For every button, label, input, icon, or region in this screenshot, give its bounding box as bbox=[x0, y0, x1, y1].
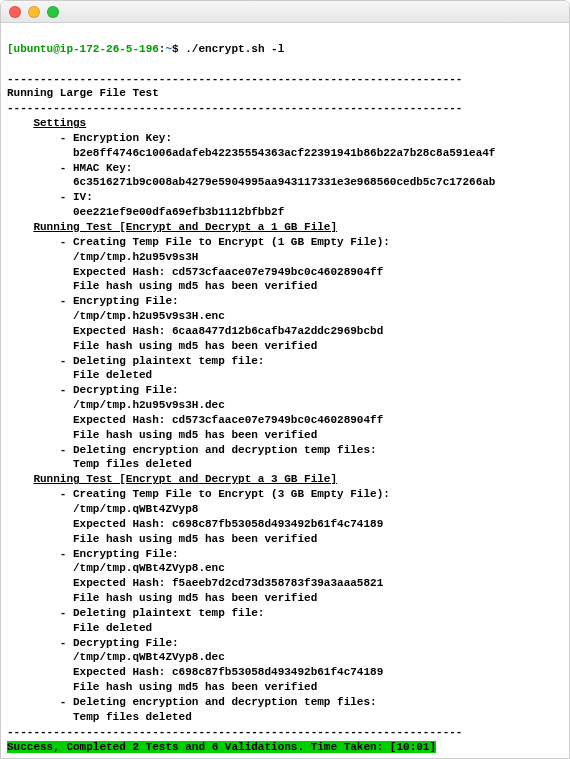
divider-line: ----------------------------------------… bbox=[7, 726, 462, 738]
settings-heading: Settings bbox=[33, 117, 86, 129]
test1-dec-label: - Decrypting File: bbox=[60, 384, 179, 396]
test1-create-label: - Creating Temp File to Encrypt (1 GB Em… bbox=[60, 236, 390, 248]
zoom-icon[interactable] bbox=[47, 6, 59, 18]
test2-tmp-dec: /tmp/tmp.qWBt4ZVyp8.dec bbox=[73, 651, 225, 663]
terminal-output[interactable]: [ubuntu@ip-172-26-5-196:~$ ./encrypt.sh … bbox=[1, 23, 569, 759]
test2-verified2: File hash using md5 has been verified bbox=[73, 592, 317, 604]
close-icon[interactable] bbox=[9, 6, 21, 18]
prompt-bracket-open: [ bbox=[7, 43, 14, 55]
minimize-icon[interactable] bbox=[28, 6, 40, 18]
test1-expected-hash2: Expected Hash: 6caa8477d12b6cafb47a2ddc2… bbox=[73, 325, 383, 337]
test2-dec-label: - Decrypting File: bbox=[60, 637, 179, 649]
prompt-dollar: $ bbox=[172, 43, 185, 55]
hmac-key-label: - HMAC Key: bbox=[60, 162, 133, 174]
test2-verified: File hash using md5 has been verified bbox=[73, 533, 317, 545]
test2-enc-label: - Encrypting File: bbox=[60, 548, 179, 560]
enc-key-value: b2e8ff4746c1006adafeb42235554363acf22391… bbox=[73, 147, 495, 159]
main-heading: Running Large File Test bbox=[7, 87, 159, 99]
window-titlebar bbox=[1, 1, 569, 23]
iv-value: 0ee221ef9e00dfa69efb3b1112bfbb2f bbox=[73, 206, 284, 218]
test1-heading: Running Test [Encrypt and Decrypt a 1 GB… bbox=[33, 221, 337, 233]
test1-enc-label: - Encrypting File: bbox=[60, 295, 179, 307]
test1-verified3: File hash using md5 has been verified bbox=[73, 429, 317, 441]
test1-tmp-path: /tmp/tmp.h2u95v9s3H bbox=[73, 251, 198, 263]
test1-temp-deleted: Temp files deleted bbox=[73, 458, 192, 470]
enc-key-label: - Encryption Key: bbox=[60, 132, 172, 144]
test2-expected-hash3: Expected Hash: c698c87fb53058d493492b61f… bbox=[73, 666, 383, 678]
test2-expected-hash2: Expected Hash: f5aeeb7d2cd73d358783f39a3… bbox=[73, 577, 383, 589]
divider-line: ----------------------------------------… bbox=[7, 755, 462, 759]
test1-del-all-label: - Deleting encryption and decryption tem… bbox=[60, 444, 377, 456]
test2-temp-deleted: Temp files deleted bbox=[73, 711, 192, 723]
test1-tmp-dec: /tmp/tmp.h2u95v9s3H.dec bbox=[73, 399, 225, 411]
test2-del-plain-label: - Deleting plaintext temp file: bbox=[60, 607, 265, 619]
command-text: ./encrypt.sh -l bbox=[185, 43, 284, 55]
test2-create-label: - Creating Temp File to Encrypt (3 GB Em… bbox=[60, 488, 390, 500]
test2-expected-hash: Expected Hash: c698c87fb53058d493492b61f… bbox=[73, 518, 383, 530]
divider-line: ----------------------------------------… bbox=[7, 73, 462, 85]
iv-label: - IV: bbox=[60, 191, 93, 203]
test2-file-deleted: File deleted bbox=[73, 622, 152, 634]
test1-verified2: File hash using md5 has been verified bbox=[73, 340, 317, 352]
test1-tmp-enc: /tmp/tmp.h2u95v9s3H.enc bbox=[73, 310, 225, 322]
prompt-user-host: ubuntu@ip-172-26-5-196 bbox=[14, 43, 159, 55]
test2-del-all-label: - Deleting encryption and decryption tem… bbox=[60, 696, 377, 708]
hmac-key-value: 6c3516271b9c008ab4279e5904995aa943117331… bbox=[73, 176, 495, 188]
test1-expected-hash3: Expected Hash: cd573cfaace07e7949bc0c460… bbox=[73, 414, 383, 426]
test1-del-plain-label: - Deleting plaintext temp file: bbox=[60, 355, 265, 367]
test2-tmp-path: /tmp/tmp.qWBt4ZVyp8 bbox=[73, 503, 198, 515]
test1-file-deleted: File deleted bbox=[73, 369, 152, 381]
test2-heading: Running Test [Encrypt and Decrypt a 3 GB… bbox=[33, 473, 337, 485]
test1-expected-hash: Expected Hash: cd573cfaace07e7949bc0c460… bbox=[73, 266, 383, 278]
test2-verified3: File hash using md5 has been verified bbox=[73, 681, 317, 693]
success-message: Success, Completed 2 Tests and 6 Validat… bbox=[7, 741, 436, 753]
test2-tmp-enc: /tmp/tmp.qWBt4ZVyp8.enc bbox=[73, 562, 225, 574]
test1-verified: File hash using md5 has been verified bbox=[73, 280, 317, 292]
divider-line: ----------------------------------------… bbox=[7, 102, 462, 114]
